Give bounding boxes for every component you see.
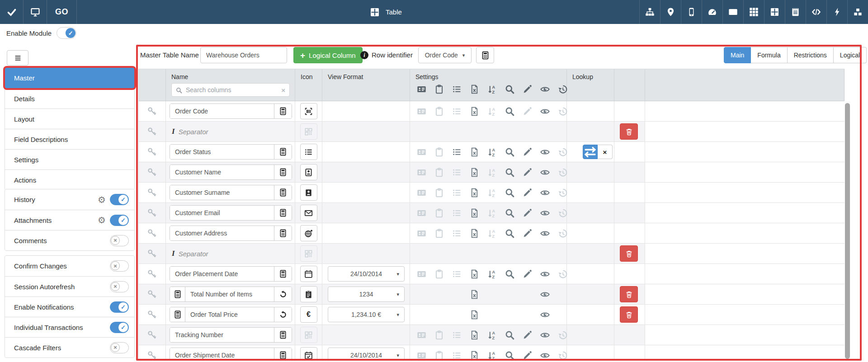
setting-history-toggle[interactable] [558,229,567,238]
setting-sort-alpha-toggle[interactable]: AZ [487,290,497,299]
setting-clipboard-toggle[interactable] [434,229,444,238]
column-icon-button[interactable] [300,184,317,201]
setting-file-excel-toggle[interactable] [470,290,479,299]
setting-eye-toggle[interactable] [540,188,550,197]
setting-pencil-toggle[interactable] [523,330,532,340]
enable-notifications-toggle[interactable]: ✓ [110,301,129,313]
setting-file-excel-toggle[interactable] [470,269,479,279]
setting-eye-toggle[interactable] [540,310,550,320]
setting-search-toggle[interactable] [505,330,514,340]
setting-pencil-toggle[interactable] [523,310,532,320]
navbar-map-marker-button[interactable] [660,0,681,24]
setting-sort-alpha-toggle[interactable]: AZ [487,330,497,340]
column-icon-button[interactable] [300,245,317,262]
setting-clipboard-toggle[interactable] [434,107,444,116]
setting-id-card-toggle[interactable] [417,330,426,340]
setting-list-toggle[interactable] [452,188,462,197]
navbar-id-card-button[interactable] [722,0,743,24]
tab-restrictions[interactable]: Restrictions [788,47,834,63]
navbar-tachometer-button[interactable] [702,0,722,24]
column-icon-button[interactable] [300,225,317,241]
navbar-clipboard-notes-button[interactable] [785,0,806,24]
history-toggle[interactable]: ✓ [110,194,129,205]
setting-eye-toggle[interactable] [540,269,550,279]
session-autorefresh-toggle[interactable]: × [110,281,129,292]
column-name-input[interactable] [185,287,274,301]
delete-row-button[interactable] [620,123,638,140]
view-format-select[interactable]: 24/10/2014▾ [328,348,405,361]
setting-search-toggle[interactable] [505,351,514,360]
formula-calc-button[interactable] [170,287,185,301]
setting-pencil-toggle[interactable] [523,168,532,177]
setting-pencil-toggle[interactable] [523,107,532,116]
row-handle[interactable] [139,345,166,361]
setting-clipboard-toggle[interactable] [434,290,444,299]
undo-button[interactable] [274,307,292,322]
row-identifier-calc-button[interactable] [476,47,494,63]
menu-button[interactable] [7,50,28,66]
setting-list-toggle[interactable] [452,208,462,218]
setting-sort-alpha-toggle[interactable]: AZ [487,147,497,157]
calc-button[interactable] [274,206,292,220]
tab-main[interactable]: Main [724,47,751,63]
setting-file-excel-toggle[interactable] [470,208,479,218]
navbar-table-2x2-button[interactable] [764,0,785,24]
setting-list-toggle[interactable] [452,351,462,360]
setting-clipboard-toggle[interactable] [434,310,444,320]
sidebar-item-details[interactable]: Details [5,88,134,108]
setting-list-toggle[interactable] [452,107,462,116]
row-handle[interactable] [139,284,166,304]
setting-history-toggle[interactable] [558,269,567,279]
formula-calc-button[interactable] [170,307,185,322]
setting-clipboard-toggle[interactable] [434,269,444,279]
setting-history-toggle[interactable] [558,168,567,177]
row-handle[interactable] [139,122,166,141]
setting-id-card-toggle[interactable] [417,168,426,177]
row-handle[interactable] [139,325,166,345]
setting-sort-alpha-toggle[interactable]: AZ [487,229,497,238]
master-table-name-input[interactable] [200,47,287,63]
setting-list-toggle[interactable] [452,229,462,238]
setting-file-excel-toggle[interactable] [470,229,479,238]
setting-eye-toggle[interactable] [540,330,550,340]
setting-id-card-toggle[interactable] [417,229,426,238]
sidebar-item-cascade-filters[interactable]: Cascade Filters× [5,337,134,357]
sidebar-item-layout[interactable]: Layout [5,108,134,129]
tab-formula[interactable]: Formula [751,47,787,63]
calc-button[interactable] [274,328,292,342]
row-handle[interactable] [139,183,166,202]
setting-pencil-toggle[interactable] [523,290,532,299]
delete-row-button[interactable] [620,286,638,302]
column-icon-button[interactable] [300,286,317,302]
add-logical-column-button[interactable]: + Logical Column [293,47,363,63]
column-name-input[interactable] [170,185,274,200]
setting-file-excel-toggle[interactable] [470,168,479,177]
navbar-check-button[interactable] [0,0,24,24]
setting-id-card-toggle[interactable] [417,269,426,279]
setting-list-toggle[interactable] [452,168,462,177]
view-format-select[interactable]: 1,234.10 €▾ [328,307,405,322]
column-icon-button[interactable] [300,327,317,343]
setting-id-card-toggle[interactable] [417,351,426,360]
row-handle[interactable] [139,101,166,121]
clear-search-icon[interactable]: × [281,86,285,94]
setting-clipboard-toggle[interactable] [434,188,444,197]
sidebar-item-field-descriptions[interactable]: Field Descriptions [5,129,134,149]
navbar-code-button[interactable] [806,0,826,24]
setting-id-card-toggle[interactable] [417,208,426,218]
setting-list-toggle[interactable] [452,290,462,299]
setting-eye-toggle[interactable] [540,229,550,238]
calc-button[interactable] [274,185,292,200]
setting-clipboard-toggle[interactable] [434,208,444,218]
sidebar-item-actions[interactable]: Actions [5,169,134,190]
lookup-remove-button[interactable]: × [598,145,613,159]
sidebar-item-settings[interactable]: Settings [5,149,134,169]
sidebar-item-master[interactable]: Master [5,68,134,88]
column-icon-button[interactable] [300,123,317,140]
setting-file-excel-toggle[interactable] [470,310,479,320]
delete-row-button[interactable] [620,306,638,323]
setting-file-excel-toggle[interactable] [470,351,479,360]
setting-search-toggle[interactable] [505,168,514,177]
row-handle[interactable] [139,305,166,324]
setting-search-toggle[interactable] [505,208,514,218]
